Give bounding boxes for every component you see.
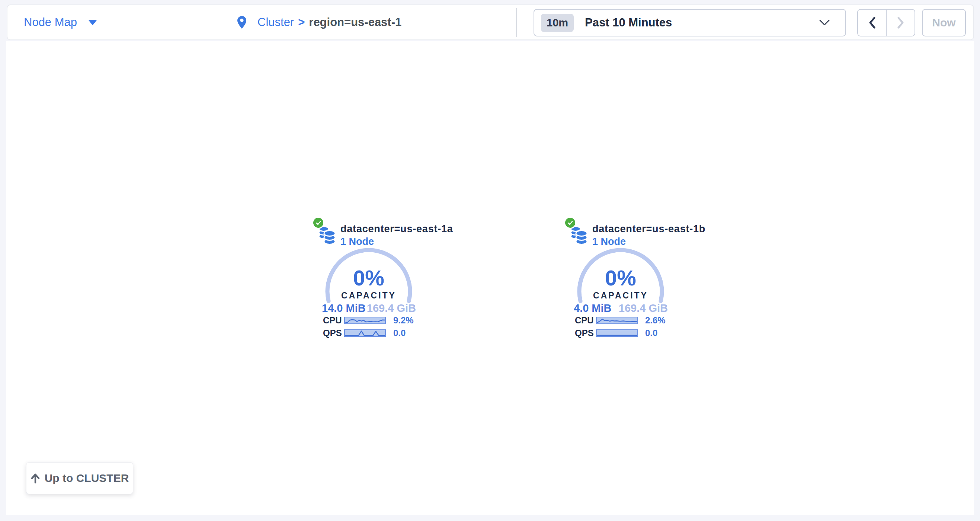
cpu-value: 2.6% [645,315,666,326]
datacenter-group-us-east-1a[interactable]: datacenter=us-east-1a 1 Node 0% CAPACITY… [313,218,424,385]
qps-metric-row: QPS 0.0 [575,328,657,338]
cpu-sparkline [344,317,386,324]
qps-label: QPS [323,328,344,338]
time-prev-button[interactable] [858,10,887,36]
capacity-percent: 0% [324,265,414,290]
qps-label: QPS [575,328,596,338]
capacity-label: CAPACITY [576,291,665,301]
time-next-button[interactable] [887,10,915,36]
capacity-values: 14.0 MiB 169.4 GiB [322,302,416,314]
now-button[interactable]: Now [922,9,966,37]
capacity-label: CAPACITY [324,291,414,301]
capacity-percent: 0% [576,265,665,290]
time-nav-arrows [857,9,915,37]
cpu-metric-row: CPU 9.2% [323,316,414,325]
time-range-dropdown[interactable]: 10m Past 10 Minutes [533,9,846,37]
time-range-badge: 10m [541,14,574,32]
time-range-label: Past 10 Minutes [585,16,672,29]
view-selector-dropdown[interactable]: Node Map [24,5,97,40]
qps-value: 0.0 [393,328,406,338]
breadcrumb-separator: > [298,16,305,29]
arrow-up-icon [30,473,40,483]
header-bar: Node Map Cluster > region=us-east-1 10m … [7,5,974,40]
breadcrumb: Cluster > region=us-east-1 [237,5,401,40]
qps-metric-row: QPS 0.0 [323,328,406,338]
datacenter-node-count: 1 Node [340,236,374,247]
chevron-right-icon [897,17,904,29]
cpu-label: CPU [323,315,344,326]
up-to-cluster-label: Up to CLUSTER [45,472,129,484]
chevron-down-icon [88,20,97,25]
qps-sparkline [344,329,386,337]
breadcrumb-cluster-link[interactable]: Cluster [258,16,294,29]
datacenter-icon [318,226,336,245]
chevron-left-icon [869,17,876,29]
location-pin-icon [237,16,246,29]
cpu-metric-row: CPU 2.6% [575,316,666,325]
capacity-used: 14.0 MiB [322,302,366,314]
up-to-cluster-button[interactable]: Up to CLUSTER [26,462,133,494]
cpu-sparkline [596,317,638,324]
capacity-used: 4.0 MiB [574,302,612,314]
health-check-icon [313,218,323,228]
qps-value: 0.0 [645,328,657,338]
datacenter-group-us-east-1b[interactable]: datacenter=us-east-1b 1 Node 0% CAPACITY… [565,218,676,385]
breadcrumb-current: region=us-east-1 [309,16,401,29]
capacity-values: 4.0 MiB 169.4 GiB [574,302,668,314]
datacenter-icon [570,226,587,245]
header-divider [516,8,517,37]
chevron-down-icon [819,20,830,26]
health-check-icon [565,218,575,228]
datacenter-title: datacenter=us-east-1a [340,223,453,235]
node-map-canvas: datacenter=us-east-1a 1 Node 0% CAPACITY… [6,41,974,515]
cpu-label: CPU [575,315,596,326]
capacity-total: 169.4 GiB [367,302,416,314]
cpu-value: 9.2% [393,315,414,326]
qps-sparkline [596,329,638,337]
datacenter-node-count: 1 Node [592,236,626,247]
capacity-total: 169.4 GiB [619,302,668,314]
node-map-page: Node Map Cluster > region=us-east-1 10m … [0,0,980,521]
datacenter-title: datacenter=us-east-1b [592,223,705,235]
view-selector-label: Node Map [24,16,77,29]
